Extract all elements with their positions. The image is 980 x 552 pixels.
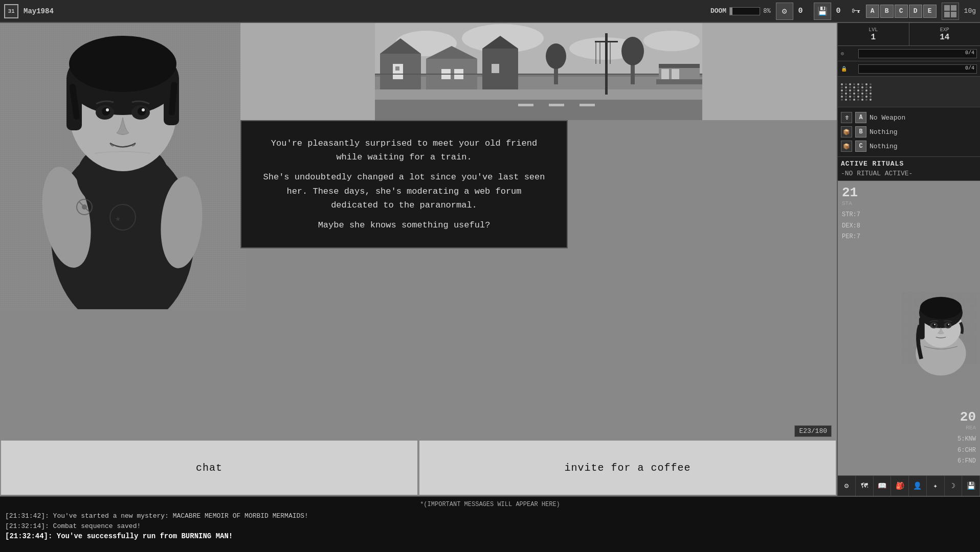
- location-text: E23/180: [799, 427, 827, 435]
- char-stat-block: 21 STA STR:7 DEX:8 PER:7 20 REA 5:KNW 6:…: [838, 181, 980, 475]
- svg-point-22: [142, 108, 145, 111]
- gauge2-text: 0/4: [965, 65, 974, 71]
- svg-point-83: [934, 324, 936, 326]
- action-btn-save[interactable]: 💾: [962, 476, 980, 496]
- action-btn-char[interactable]: 👤: [909, 476, 927, 496]
- tab-b[interactable]: B: [880, 5, 894, 18]
- message-1: [21:31:42]: You've started a new mystery…: [5, 511, 975, 521]
- svg-point-21: [106, 108, 109, 111]
- inv-item-c-icon: 📦: [841, 141, 852, 152]
- exp-val: 14: [940, 33, 949, 42]
- action-btn-settings[interactable]: ⚙: [838, 476, 856, 496]
- svg-rect-48: [492, 64, 499, 73]
- svg-point-35: [643, 31, 700, 51]
- svg-rect-54: [580, 104, 595, 106]
- message-log: *(IMPORTANT MESSAGES WILL APPEAR HERE) […: [0, 496, 980, 552]
- grid-icon: [942, 3, 959, 20]
- gauge2-bar: 0/4: [858, 64, 977, 74]
- stat-numbers-right: 20 REA 5:KNW 6:CHR 6:FND: [916, 405, 980, 471]
- gauge1-icon: ⊙: [841, 51, 856, 57]
- ammo-value: 0: [798, 7, 809, 15]
- rituals-section: ACTIVE RITUALS -NO RITUAL ACTIVE-: [838, 157, 980, 181]
- fnd-stat: 6:FND: [920, 456, 976, 467]
- npc-portrait-svg: ★: [0, 23, 246, 309]
- level-block: LVL 1: [838, 23, 909, 45]
- gauge1-text: 0/4: [965, 50, 974, 56]
- lv-label: LVL: [868, 27, 878, 33]
- lv-val: 1: [871, 33, 876, 42]
- action-btn-inv[interactable]: 🎒: [891, 476, 909, 496]
- exp-block: EXP 14: [909, 23, 981, 45]
- gauge-row-1: ⊙ 0/4: [838, 46, 980, 61]
- choices-row: chat invite for a coffee: [0, 440, 837, 496]
- dialogue-text1: You're pleasantly surprised to meet your…: [262, 136, 546, 164]
- portrait-area: ★: [0, 23, 246, 309]
- svg-rect-41: [395, 66, 399, 71]
- sta-label: STA: [842, 200, 898, 206]
- per-stat: PER:7: [842, 232, 898, 243]
- svg-text:★: ★: [115, 214, 121, 224]
- svg-point-56: [546, 43, 566, 69]
- doom-bar-fill: [730, 8, 732, 15]
- choice-invite-button[interactable]: invite for a coffee: [418, 440, 837, 496]
- svg-point-14: [69, 36, 176, 92]
- stats-action-bar: ⚙ 🗺 📖 🎒 👤 ✦ ☽ 💾: [838, 475, 980, 496]
- str-stat: STR:7: [842, 210, 898, 221]
- svg-point-25: [82, 204, 87, 210]
- svg-rect-53: [549, 104, 564, 106]
- weight-value: 10g: [964, 7, 976, 15]
- svg-point-82: [946, 324, 950, 327]
- scene-svg: [240, 23, 837, 120]
- inv-row-c: 📦 C Nothing: [841, 139, 977, 153]
- svg-rect-65: [656, 79, 702, 84]
- location-badge: E23/180: [794, 425, 832, 437]
- svg-point-19: [102, 107, 110, 116]
- svg-rect-52: [518, 104, 533, 106]
- svg-point-77: [920, 297, 962, 319]
- action-btn-ritual[interactable]: ☽: [945, 476, 963, 496]
- stats-panel: LVL 1 EXP 14 ⊙ 0/4 🔒 0/4: [837, 23, 980, 496]
- action-btn-map[interactable]: 🗺: [856, 476, 874, 496]
- doom-percent: 8%: [763, 8, 770, 15]
- message-header: *(IMPORTANT MESSAGES WILL APPEAR HERE): [5, 500, 975, 509]
- svg-rect-40: [393, 64, 403, 79]
- rea-label: REA: [920, 425, 976, 431]
- svg-rect-46: [482, 49, 518, 95]
- gauge2-icon: 🔒: [841, 66, 856, 72]
- health-value: 0: [836, 7, 847, 15]
- inv-row-a: 🗡 A No Weapon: [841, 110, 977, 125]
- game-area: 👁 OLD FRIEND 🗺 🏛 ⊙: [0, 23, 837, 496]
- tab-d[interactable]: D: [909, 5, 922, 18]
- rituals-title: ACTIVE RITUALS: [841, 160, 977, 168]
- svg-rect-42: [426, 59, 477, 95]
- inv-slot-b: Nothing: [870, 128, 898, 136]
- dialogue-text2: She's undoubtedly changed a lot since yo…: [262, 170, 546, 212]
- choice-chat-button[interactable]: chat: [0, 440, 418, 496]
- action-btn-book[interactable]: 📖: [874, 476, 892, 496]
- svg-rect-51: [375, 100, 702, 120]
- inv-key-c[interactable]: C: [855, 141, 866, 152]
- svg-rect-67: [659, 64, 700, 68]
- inv-slot-a: No Weapon: [870, 114, 905, 122]
- inv-weapon-icon: 🗡: [841, 112, 852, 123]
- inv-key-b[interactable]: B: [855, 126, 866, 137]
- inv-slot-c: Nothing: [870, 143, 898, 150]
- ammo-icon: ⚙️: [776, 3, 793, 20]
- message-2: [21:32:14]: Combat sequence saved!: [5, 521, 975, 532]
- inv-row-b: 📦 B Nothing: [841, 125, 977, 139]
- inv-key-a[interactable]: A: [855, 112, 866, 123]
- dex-stat: DEX:8: [842, 221, 898, 232]
- tab-a[interactable]: A: [866, 5, 879, 18]
- inventory-section: 🗡 A No Weapon 📦 B Nothing 📦 C Nothing: [838, 107, 980, 157]
- tab-c[interactable]: C: [895, 5, 908, 18]
- doom-bar: [729, 7, 760, 15]
- tab-e[interactable]: E: [923, 5, 937, 18]
- svg-point-84: [948, 324, 949, 326]
- calendar-icon: 31: [4, 4, 18, 18]
- action-btn-skill[interactable]: ✦: [927, 476, 945, 496]
- inv-item-b-icon: 📦: [841, 126, 852, 137]
- svg-rect-69: [672, 69, 679, 79]
- svg-point-58: [621, 37, 644, 65]
- stat-numbers: 21 STA STR:7 DEX:8 PER:7: [838, 181, 902, 247]
- svg-rect-78: [919, 317, 925, 339]
